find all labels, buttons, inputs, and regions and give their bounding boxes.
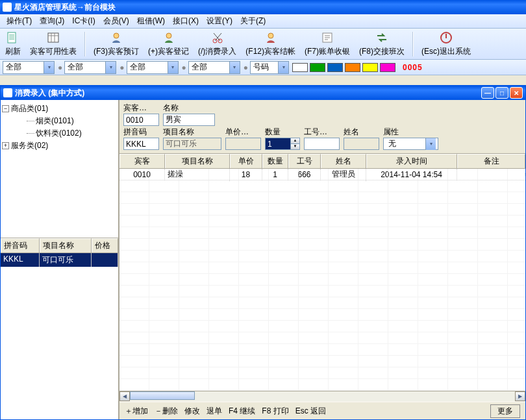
tool-availability[interactable]: 宾客可用性表 [29, 29, 78, 58]
close-button[interactable]: ✕ [510, 87, 523, 99]
status-edit[interactable]: 修改 [184, 406, 200, 417]
grid-header-item[interactable]: 项目名称 [165, 154, 230, 168]
tool-reserve[interactable]: (F3)宾客预订 [92, 29, 140, 58]
tool-expenses[interactable]: (/)消费录入 [197, 29, 238, 58]
status-back[interactable]: Esc 返回 [295, 406, 326, 417]
left-panel: −商品类(01) 烟类(0101) 饮料类(0102) +服务类(02) 拼音码… [1, 100, 119, 419]
staff-field[interactable] [344, 138, 379, 150]
menu-rent[interactable]: 租借(W) [133, 14, 169, 28]
status-print[interactable]: F8 打印 [262, 406, 288, 417]
grid-header-price[interactable]: 单价 [230, 154, 262, 168]
grid-row-1[interactable]: 0010 搓澡 18 1 666 管理员 2014-11-04 14:54 [119, 169, 525, 180]
pinyin-field[interactable]: KKKL [123, 138, 159, 150]
scroll-thumb[interactable] [130, 391, 195, 400]
tree-node-goods[interactable]: −商品类(01) [2, 103, 117, 115]
status-del[interactable]: －删除 [155, 406, 178, 417]
grid-header-guest[interactable]: 宾客 [119, 154, 165, 168]
app-title: 星火酒店管理系统→前台模块 [14, 2, 116, 13]
status-color-green[interactable] [310, 63, 325, 72]
main-titlebar: 星火酒店管理系统→前台模块 [0, 0, 526, 14]
grid-hscrollbar[interactable]: ◀ ▶ [119, 391, 525, 401]
svg-point-3 [166, 33, 171, 38]
availability-icon [46, 31, 60, 45]
itemname-field[interactable]: 可口可乐 [163, 138, 221, 150]
tree-node-drinks[interactable]: 饮料类(0102) [2, 127, 117, 140]
grid-header-qty[interactable]: 数量 [262, 154, 288, 168]
jobno-field[interactable] [304, 138, 340, 150]
leftgrid-header-price[interactable]: 价格 [92, 238, 118, 253]
expand-icon[interactable]: + [2, 142, 9, 149]
filter-number-combo[interactable]: 号码 [250, 61, 289, 74]
qty-up[interactable]: ▲ [291, 138, 299, 143]
guest-field[interactable]: 0010 [123, 114, 159, 126]
main-window: 星火酒店管理系统→前台模块 操作(T) 查询(J) IC卡(I) 会员(V) 租… [0, 0, 526, 420]
minimize-button[interactable]: — [481, 87, 494, 99]
app-icon [3, 3, 12, 12]
expense-entry-window: 消费录入 (集中方式) — □ ✕ −商品类(01) 烟类(0101) 饮料类(… [0, 85, 526, 420]
item-small-grid: 拼音码 项目名称 价格 KKKL 可口可乐 [1, 238, 118, 419]
form-area: 宾客… 0010 名称 男宾 拼音码 KKKL [119, 100, 525, 154]
guest-label: 宾客… [123, 103, 159, 114]
status-color-orange[interactable] [345, 63, 360, 72]
jobno-label: 工号… [304, 127, 340, 138]
menubar: 操作(T) 查询(J) IC卡(I) 会员(V) 租借(W) 接口(X) 设置(… [0, 14, 526, 29]
qty-down[interactable]: ▼ [291, 143, 299, 149]
grid-header-time[interactable]: 录入时间 [366, 154, 457, 168]
staff-label: 姓名 [344, 127, 379, 138]
menu-member[interactable]: 会员(V) [99, 14, 133, 28]
name-field[interactable]: 男宾 [163, 114, 215, 126]
menu-query[interactable]: 查询(J) [36, 14, 68, 28]
scroll-left-icon[interactable]: ◀ [119, 391, 130, 401]
bill-icon [320, 31, 334, 45]
grid-header-job[interactable]: 工号 [288, 154, 321, 168]
grid-header-note[interactable]: 备注 [457, 154, 525, 168]
attr-combo[interactable]: 无 [383, 138, 438, 150]
chevron-down-icon [44, 62, 54, 73]
tool-billcollect[interactable]: (F7)账单收银 [303, 29, 351, 58]
tool-refresh[interactable]: 刷新 [4, 29, 22, 58]
pinyin-label: 拼音码 [123, 127, 159, 138]
toolbar-separator-2 [412, 32, 414, 56]
leftgrid-header-pinyin[interactable]: 拼音码 [1, 238, 40, 253]
menu-operate[interactable]: 操作(T) [3, 14, 36, 28]
status-color-yellow[interactable] [362, 63, 378, 72]
checkin-icon [162, 31, 176, 45]
scroll-right-icon[interactable]: ▶ [515, 391, 525, 401]
tool-shift[interactable]: (F8)交接班次 [358, 29, 406, 58]
price-label: 单价… [225, 127, 261, 138]
status-continue[interactable]: F4 继续 [229, 406, 255, 417]
child-icon [3, 88, 12, 97]
status-add[interactable]: ＋增加 [125, 406, 148, 417]
status-refund[interactable]: 退单 [207, 406, 222, 417]
filter-combo-2[interactable]: 全部 [64, 61, 116, 74]
status-color-white[interactable] [292, 63, 308, 72]
menu-about[interactable]: 关于(Z) [236, 14, 269, 28]
checkout-icon [264, 31, 278, 45]
status-color-magenta[interactable] [380, 63, 395, 72]
name-label: 名称 [163, 103, 215, 114]
grid-header-name[interactable]: 姓名 [321, 154, 366, 168]
leftgrid-row-1[interactable]: KKKL 可口可乐 [1, 253, 118, 267]
price-field[interactable] [225, 138, 261, 150]
qty-field[interactable]: 1 [265, 138, 291, 150]
menu-interface[interactable]: 接口(X) [169, 14, 203, 28]
menu-setting[interactable]: 设置(Y) [203, 14, 236, 28]
svg-point-6 [268, 33, 273, 38]
tree-node-tobacco[interactable]: 烟类(0101) [2, 115, 117, 127]
menu-ic[interactable]: IC卡(I) [68, 14, 99, 28]
leftgrid-header-item[interactable]: 项目名称 [40, 238, 92, 253]
category-tree: −商品类(01) 烟类(0101) 饮料类(0102) +服务类(02) [1, 100, 118, 238]
collapse-icon[interactable]: − [2, 105, 9, 112]
status-color-blue[interactable] [327, 63, 343, 72]
tree-node-service[interactable]: +服务类(02) [2, 140, 117, 152]
filter-combo-1[interactable]: 全部 [3, 61, 55, 74]
status-more[interactable]: 更多 [490, 404, 520, 418]
tool-checkout[interactable]: (F12)宾客结帐 [244, 29, 297, 58]
filter-combo-4[interactable]: 全部 [188, 61, 240, 74]
tool-checkin[interactable]: (+)宾客登记 [147, 29, 190, 58]
tool-exit[interactable]: (Esc)退出系统 [420, 29, 472, 58]
filter-combo-3[interactable]: 全部 [127, 61, 179, 74]
maximize-button[interactable]: □ [495, 87, 508, 99]
child-title: 消费录入 (集中方式) [15, 88, 84, 99]
chevron-down-icon [278, 62, 288, 73]
